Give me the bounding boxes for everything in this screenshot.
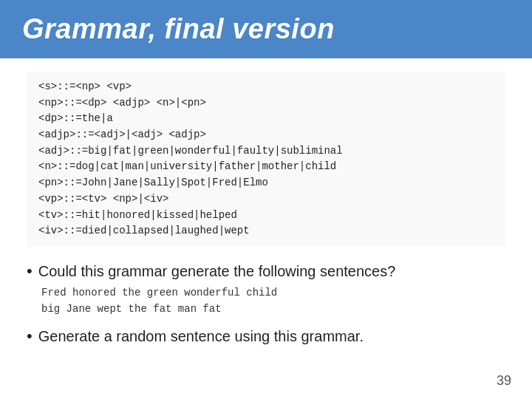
- grammar-line-10: <iv>::=died|collapsed|laughed|wept: [38, 223, 494, 239]
- example-line-1: Fred honored the green wonderful child: [41, 284, 505, 301]
- bullet-dot-2: •: [27, 328, 33, 344]
- grammar-block: <s>::=<np> <vp> <np>::=<dp> <adjp> <n>|<…: [27, 72, 505, 247]
- bullet-section-1: • Could this grammar generate the follow…: [27, 263, 505, 318]
- bullet-point-2: • Generate a random sentence using this …: [27, 328, 505, 345]
- example-sentences: Fred honored the green wonderful child b…: [27, 284, 505, 318]
- example-line-2: big Jane wept the fat man fat: [41, 301, 505, 317]
- grammar-line-2: <np>::=<dp> <adjp> <n>|<pn>: [38, 95, 494, 112]
- grammar-line-8: <vp>::=<tv> <np>|<iv>: [38, 191, 494, 208]
- grammar-line-1: <s>::=<np> <vp>: [38, 79, 494, 95]
- bullet-text-2: Generate a random sentence using this gr…: [38, 328, 364, 345]
- slide-title: Grammar, final version: [22, 13, 510, 45]
- bullet-text-1: Could this grammar generate the followin…: [38, 263, 396, 280]
- bullet-section-2: • Generate a random sentence using this …: [27, 328, 505, 345]
- grammar-line-5: <adj>::=big|fat|green|wonderful|faulty|s…: [38, 143, 494, 160]
- slide-content: <s>::=<np> <vp> <np>::=<dp> <adjp> <n>|<…: [0, 72, 532, 345]
- grammar-line-6: <n>::=dog|cat|man|university|father|moth…: [38, 159, 494, 175]
- bullet-dot-1: •: [27, 263, 33, 279]
- page-number: 39: [497, 373, 511, 389]
- grammar-line-9: <tv>::=hit|honored|kissed|helped: [38, 208, 494, 224]
- grammar-line-7: <pn>::=John|Jane|Sally|Spot|Fred|Elmo: [38, 175, 494, 191]
- grammar-line-3: <dp>::=the|a: [38, 111, 494, 127]
- slide-header: Grammar, final version: [0, 0, 532, 58]
- bullet-point-1: • Could this grammar generate the follow…: [27, 263, 505, 280]
- grammar-line-4: <adjp>::=<adj>|<adj> <adjp>: [38, 127, 494, 143]
